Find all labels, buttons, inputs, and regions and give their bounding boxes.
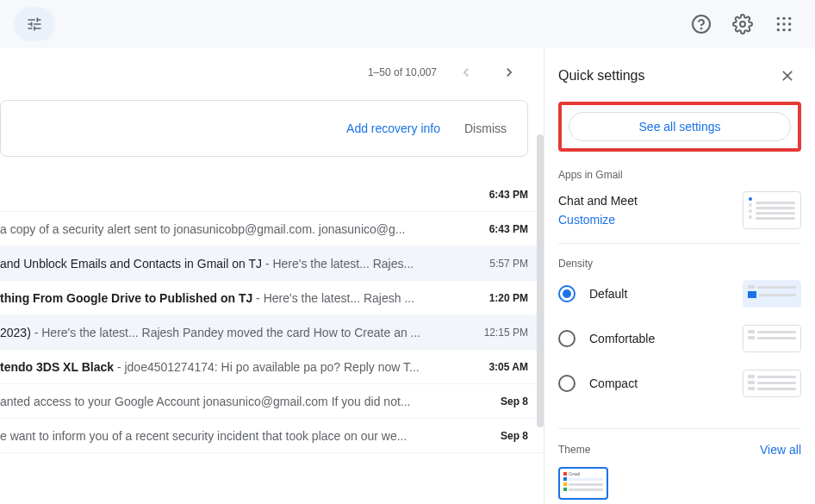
next-page-button[interactable] [495, 59, 523, 86]
quick-settings-panel: Quick settings See all settings Apps in … [544, 48, 815, 504]
chat-meet-label: Chat and Meet [558, 194, 638, 208]
density-option-default[interactable]: Default [558, 280, 801, 308]
theme-thumbnail[interactable]: Gmail [558, 467, 608, 500]
radio-default[interactable] [558, 285, 575, 302]
email-list: 6:43 PM a copy of a security alert sent … [0, 177, 544, 453]
theme-section: Theme View all Gmail [558, 443, 801, 500]
svg-point-10 [782, 28, 785, 31]
apps-section: Apps in Gmail Chat and Meet Customize [558, 169, 801, 244]
settings-title: Quick settings [558, 68, 644, 84]
topbar [0, 0, 815, 48]
section-label: Apps in Gmail [558, 169, 801, 181]
settings-header: Quick settings [558, 62, 801, 90]
email-content: and Unblock Emails and Contacts in Gmail… [0, 257, 489, 271]
svg-point-6 [777, 22, 780, 25]
apps-button[interactable] [767, 7, 801, 41]
svg-point-3 [777, 17, 780, 20]
customize-link[interactable]: Customize [558, 213, 615, 227]
email-content: tendo 3DS XL Black - jdoe4501274174: Hi … [0, 360, 488, 374]
svg-point-5 [788, 17, 791, 20]
apps-row: Chat and Meet Customize [558, 191, 801, 229]
density-section: Density Default Comfortable [558, 258, 801, 429]
email-time: 6:43 PM [489, 189, 528, 201]
email-time: 5:57 PM [489, 258, 528, 270]
density-label: Comfortable [589, 332, 655, 345]
email-row[interactable]: and Unblock Emails and Contacts in Gmail… [0, 246, 544, 281]
help-icon [691, 14, 712, 34]
section-label: Density [558, 258, 801, 270]
email-time: 3:05 AM [488, 361, 528, 373]
prev-page-button[interactable] [452, 59, 480, 86]
gear-icon [732, 14, 753, 34]
email-row[interactable]: e want to inform you of a recent securit… [0, 419, 544, 453]
email-panel: 1–50 of 10,007 Add recovery info Dismiss… [0, 48, 544, 504]
apps-text-group: Chat and Meet Customize [558, 194, 638, 227]
help-button[interactable] [684, 7, 719, 41]
email-time: Sep 8 [501, 395, 528, 408]
density-thumbnail [743, 325, 801, 352]
close-icon [779, 67, 796, 84]
chevron-left-icon [457, 64, 475, 81]
theme-header: Theme View all [558, 443, 801, 457]
svg-point-9 [777, 28, 780, 31]
tune-icon [26, 16, 43, 33]
svg-point-11 [788, 28, 791, 31]
view-all-link[interactable]: View all [760, 443, 801, 457]
email-row[interactable]: a copy of a security alert sent to jonas… [0, 212, 544, 246]
density-option-comfortable[interactable]: Comfortable [558, 325, 801, 352]
apps-thumbnail[interactable] [743, 191, 801, 229]
svg-point-2 [740, 22, 745, 27]
highlighted-area: See all settings [558, 102, 801, 152]
email-row[interactable]: thing From Google Drive to Published on … [0, 281, 544, 315]
density-thumbnail [743, 370, 801, 397]
scrollbar[interactable] [537, 134, 544, 427]
email-time: 6:43 PM [489, 223, 528, 235]
pagination: 1–50 of 10,007 [0, 48, 544, 93]
recovery-banner: Add recovery info Dismiss [0, 100, 528, 157]
email-time: 1:20 PM [489, 292, 528, 304]
density-label: Compact [589, 376, 638, 390]
radio-comfortable[interactable] [558, 330, 575, 347]
close-button[interactable] [774, 62, 801, 90]
see-all-settings-button[interactable]: See all settings [569, 112, 791, 141]
email-time: 12:15 PM [484, 327, 528, 339]
apps-grid-icon [775, 16, 793, 33]
email-row[interactable]: tendo 3DS XL Black - jdoe4501274174: Hi … [0, 350, 544, 384]
search-options-button[interactable] [14, 7, 55, 41]
topbar-right [684, 7, 801, 41]
email-content: a copy of a security alert sent to jonas… [0, 222, 489, 236]
email-content: e want to inform you of a recent securit… [0, 429, 501, 443]
settings-button[interactable] [725, 7, 760, 41]
email-row[interactable]: 6:43 PM [0, 177, 544, 212]
radio-compact[interactable] [558, 375, 575, 392]
pagination-range: 1–50 of 10,007 [368, 66, 437, 78]
svg-point-4 [782, 17, 785, 20]
email-row[interactable]: 2023) - Here's the latest... Rajesh Pand… [0, 315, 544, 350]
email-content: 2023) - Here's the latest... Rajesh Pand… [0, 326, 484, 339]
density-thumbnail [743, 280, 801, 308]
dismiss-link[interactable]: Dismiss [464, 121, 507, 135]
density-option-compact[interactable]: Compact [558, 370, 801, 397]
main-container: 1–50 of 10,007 Add recovery info Dismiss… [0, 48, 815, 504]
email-time: Sep 8 [501, 430, 528, 442]
email-row[interactable]: anted access to your Google Account jona… [0, 384, 544, 419]
svg-point-7 [782, 22, 785, 25]
section-label: Theme [558, 444, 590, 456]
svg-point-1 [701, 28, 702, 29]
email-content: anted access to your Google Account jona… [0, 395, 501, 408]
email-content: thing From Google Drive to Published on … [0, 291, 489, 305]
topbar-left [14, 7, 55, 41]
chevron-right-icon [501, 64, 518, 81]
add-recovery-link[interactable]: Add recovery info [346, 121, 440, 135]
density-label: Default [589, 287, 627, 301]
svg-point-8 [788, 22, 791, 25]
